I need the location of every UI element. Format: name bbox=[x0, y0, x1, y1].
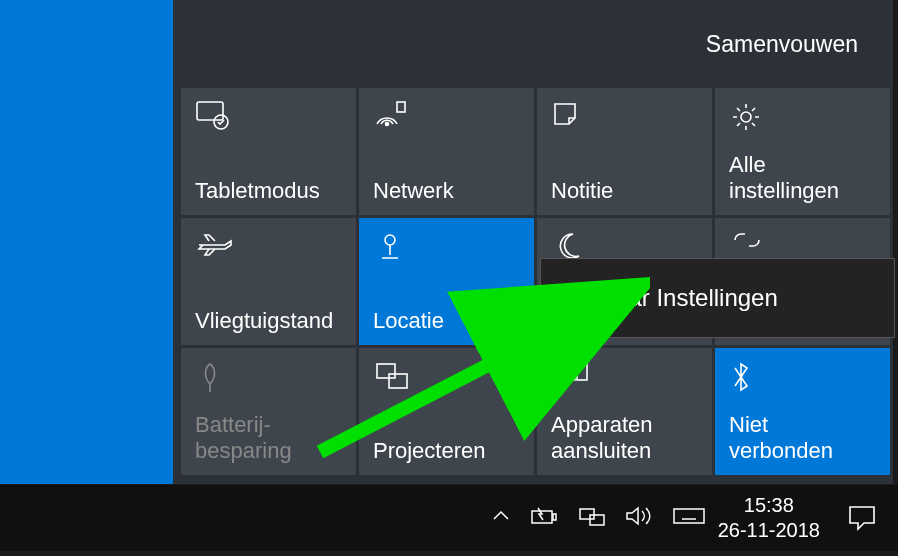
tablet-icon bbox=[195, 100, 235, 134]
tray-network-icon[interactable] bbox=[578, 505, 606, 531]
collapse-row: Samenvouwen bbox=[173, 0, 893, 88]
svg-rect-9 bbox=[577, 364, 587, 380]
taskbar: 15:38 26-11-2018 bbox=[0, 485, 898, 551]
svg-rect-8 bbox=[555, 366, 575, 380]
tile-label: Alle instellingen bbox=[729, 152, 876, 203]
tile-label: Tabletmodus bbox=[195, 178, 342, 203]
tile-label: Locatie bbox=[373, 308, 520, 333]
project-icon bbox=[373, 360, 413, 394]
svg-rect-0 bbox=[197, 102, 223, 120]
tile-notitie[interactable]: Notitie bbox=[537, 88, 712, 215]
tile-apparaten-aansluiten[interactable]: Apparaten aansluiten bbox=[537, 348, 712, 475]
location-icon bbox=[373, 230, 413, 264]
svg-rect-3 bbox=[397, 102, 405, 112]
context-menu: Ga naar Instellingen bbox=[540, 258, 895, 338]
tile-vliegtuigstand[interactable]: Vliegtuigstand bbox=[181, 218, 356, 345]
tile-tabletmodus[interactable]: Tabletmodus bbox=[181, 88, 356, 215]
taskbar-clock[interactable]: 15:38 26-11-2018 bbox=[718, 493, 820, 543]
svg-rect-6 bbox=[377, 364, 395, 378]
airplane-icon bbox=[195, 230, 235, 264]
svg-rect-14 bbox=[590, 515, 604, 525]
action-center-button[interactable] bbox=[832, 493, 892, 543]
connect-icon bbox=[551, 360, 591, 394]
context-menu-go-to-settings[interactable]: Ga naar Instellingen bbox=[563, 284, 778, 312]
tile-label: Apparaten aansluiten bbox=[551, 412, 698, 463]
tray-chevron-up-icon[interactable] bbox=[490, 507, 512, 529]
tile-label: Vliegtuigstand bbox=[195, 308, 342, 333]
svg-point-2 bbox=[386, 123, 389, 126]
svg-rect-12 bbox=[553, 514, 556, 520]
tile-netwerk[interactable]: Netwerk bbox=[359, 88, 534, 215]
bluetooth-icon bbox=[729, 360, 769, 394]
tile-label: Batterij-besparing bbox=[195, 412, 342, 463]
tile-bluetooth[interactable]: Niet verbonden bbox=[715, 348, 890, 475]
note-icon bbox=[551, 100, 591, 134]
tile-label: Netwerk bbox=[373, 178, 520, 203]
tile-label: Niet verbonden bbox=[729, 412, 876, 463]
leaf-icon bbox=[195, 360, 235, 394]
network-icon bbox=[373, 100, 413, 134]
svg-rect-7 bbox=[389, 374, 407, 388]
svg-point-4 bbox=[741, 112, 751, 122]
svg-rect-15 bbox=[674, 509, 704, 523]
clock-date: 26-11-2018 bbox=[718, 518, 820, 543]
action-center-panel: Samenvouwen Tabletmodus Netwerk Notitie bbox=[173, 0, 893, 484]
tray-volume-icon[interactable] bbox=[624, 505, 654, 531]
tile-batterijbesparing[interactable]: Batterij-besparing bbox=[181, 348, 356, 475]
tile-alle-instellingen[interactable]: Alle instellingen bbox=[715, 88, 890, 215]
collapse-button[interactable]: Samenvouwen bbox=[706, 31, 858, 58]
system-tray bbox=[490, 505, 706, 531]
svg-rect-13 bbox=[580, 509, 594, 519]
tile-locatie[interactable]: Locatie bbox=[359, 218, 534, 345]
tile-label: Notitie bbox=[551, 178, 698, 203]
tile-label: Projecteren bbox=[373, 438, 520, 463]
svg-point-5 bbox=[385, 235, 395, 245]
tray-keyboard-icon[interactable] bbox=[672, 506, 706, 530]
desktop-blue-area bbox=[0, 0, 173, 484]
clock-time: 15:38 bbox=[718, 493, 820, 518]
tray-power-icon[interactable] bbox=[530, 506, 560, 530]
gear-icon bbox=[729, 100, 769, 134]
tile-projecteren[interactable]: Projecteren bbox=[359, 348, 534, 475]
